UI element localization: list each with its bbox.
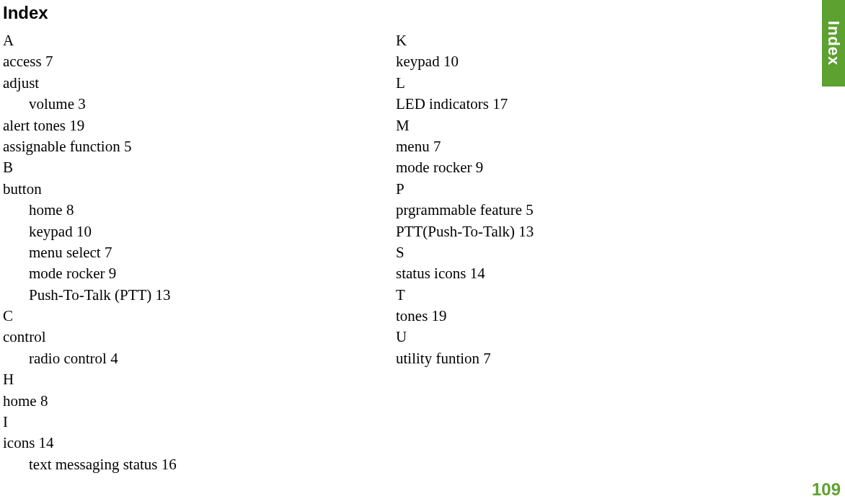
index-entry: mode rocker 9 [396, 157, 756, 178]
index-entry: prgrammable feature 5 [396, 200, 756, 221]
index-entry: button [3, 179, 396, 200]
index-entry: utility funtion 7 [396, 348, 756, 369]
index-entry: radio control 4 [3, 348, 396, 369]
index-entry: control [3, 327, 396, 348]
index-entry: A [3, 30, 396, 51]
index-entry: volume 3 [3, 94, 396, 115]
index-entry: alert tones 19 [3, 115, 396, 136]
index-entry: L [396, 73, 756, 94]
index-entry: keypad 10 [3, 221, 396, 242]
index-entry: icons 14 [3, 433, 396, 454]
index-entry: B [3, 157, 396, 178]
index-entry: K [396, 30, 756, 51]
index-entry: keypad 10 [396, 51, 756, 72]
index-entry: T [396, 285, 756, 306]
page: Index Aaccess 7adjustvolume 3alert tones… [0, 0, 845, 504]
side-tab-label: Index [824, 21, 843, 66]
index-entry: adjust [3, 73, 396, 94]
index-entry: tones 19 [396, 306, 756, 327]
index-entry: S [396, 242, 756, 263]
index-entry: H [3, 369, 396, 390]
index-entry: P [396, 179, 756, 200]
index-entry: assignable function 5 [3, 136, 396, 157]
index-entry: Push-To-Talk (PTT) 13 [3, 285, 396, 306]
index-entry: PTT(Push-To-Talk) 13 [396, 221, 756, 242]
index-title: Index [3, 3, 845, 23]
index-entry: C [3, 306, 396, 327]
index-entry: text messaging status 16 [3, 454, 396, 475]
index-entry: U [396, 327, 756, 348]
index-entry: M [396, 115, 756, 136]
index-entry: mode rocker 9 [3, 263, 396, 284]
index-entry: menu 7 [396, 136, 756, 157]
index-column-right: Kkeypad 10LLED indicators 17Mmenu 7mode … [396, 30, 756, 475]
side-tab: Index [822, 0, 845, 87]
index-entry: home 8 [3, 391, 396, 412]
index-entry: LED indicators 17 [396, 94, 756, 115]
index-column-left: Aaccess 7adjustvolume 3alert tones 19ass… [3, 30, 396, 475]
page-number: 109 [812, 479, 841, 500]
index-entry: access 7 [3, 51, 396, 72]
index-entry: home 8 [3, 200, 396, 221]
index-entry: menu select 7 [3, 242, 396, 263]
index-columns: Aaccess 7adjustvolume 3alert tones 19ass… [3, 30, 767, 475]
index-entry: I [3, 412, 396, 433]
index-entry: status icons 14 [396, 263, 756, 284]
